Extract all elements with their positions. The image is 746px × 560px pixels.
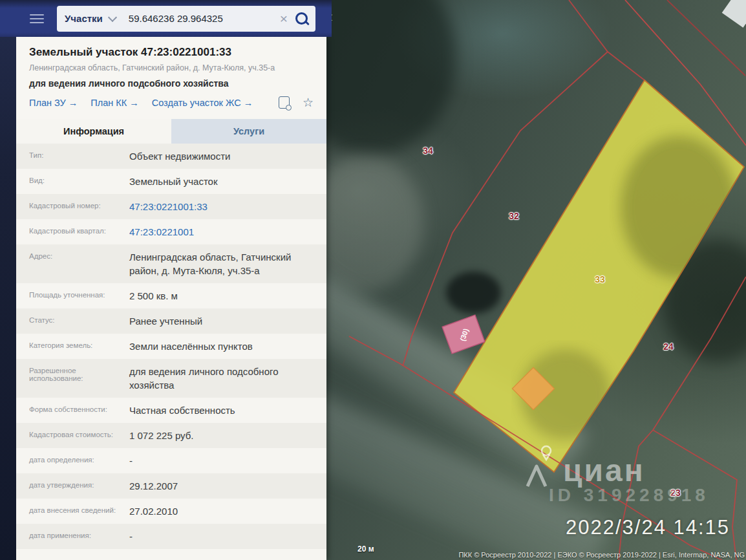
map-scale-label: 20 м: [357, 544, 374, 554]
star-icon[interactable]: ☆: [303, 96, 314, 109]
info-row-permitted-use: Разрешенное использование: для ведения л…: [16, 359, 326, 398]
field-label: Кадастровая стоимость:: [29, 429, 129, 438]
search-query-text[interactable]: 59.646236 29.964325: [129, 13, 280, 24]
field-value: 29.12.2007: [129, 479, 314, 493]
tab-services[interactable]: Услуги: [171, 119, 326, 144]
field-value: Частная собственность: [129, 404, 314, 417]
field-label: Вид:: [29, 175, 129, 184]
parcel-label[interactable]: 33: [595, 274, 605, 285]
parcel-label[interactable]: 34: [423, 145, 433, 156]
top-search-bar: Участки 59.646236 29.964325 ×: [0, 0, 332, 37]
cadastral-overlay: (30): [326, 0, 746, 560]
field-value: 27.02.2010: [129, 504, 314, 518]
search-category-dropdown[interactable]: Участки: [65, 13, 103, 24]
info-row-cadastral-value: Кадастровая стоимость: 1 072 225 руб.: [16, 423, 326, 448]
info-row-date-applied: дата применения: -: [16, 524, 326, 549]
field-label: дата внесения сведений:: [29, 504, 129, 514]
chevron-down-icon[interactable]: [108, 12, 117, 21]
info-row-kind: Вид: Земельный участок: [16, 169, 326, 194]
field-label: Кадастровый номер:: [29, 200, 129, 210]
field-value: 2 500 кв. м: [129, 289, 314, 303]
field-label: дата утверждения:: [29, 479, 129, 489]
field-value: Земельный участок: [129, 175, 314, 188]
cadastral-quarter-link[interactable]: 47:23:0221001: [129, 225, 314, 239]
field-value: для ведения личного подсобного хозяйства: [129, 365, 314, 392]
field-label: Адрес:: [29, 250, 129, 260]
info-row-land-category: Категория земель: Земли населённых пункт…: [16, 334, 326, 359]
field-label: Статус:: [29, 314, 129, 324]
field-label: дата применения:: [29, 530, 129, 539]
plan-zu-link[interactable]: План ЗУ →: [29, 98, 78, 108]
photo-timestamp: 2022/3/24 14:15: [566, 516, 730, 539]
search-icon[interactable]: [295, 12, 308, 25]
field-value: Объект недвижимости: [129, 149, 314, 163]
field-value: -: [129, 454, 314, 468]
tab-information[interactable]: Информация: [16, 119, 171, 144]
info-row-status: Статус: Ранее учтенный: [16, 308, 326, 334]
parcel-address-subtitle: Ленинградская область, Гатчинский район,…: [29, 63, 314, 72]
field-value: Ранее учтенный: [129, 314, 314, 328]
monitor-bezel: [0, 0, 16, 560]
info-row-cadastral-number: Кадастровый номер: 47:23:0221001:33: [16, 194, 326, 219]
field-label: Разрешенное использование:: [29, 365, 129, 382]
panel-header: Земельный участок 47:23:0221001:33 Ленин…: [16, 37, 326, 119]
map-canvas[interactable]: (30) 34 32 33 24 23 циан ID 319228918 20…: [326, 0, 746, 560]
field-label: Тип:: [29, 149, 129, 159]
field-label: дата определения:: [29, 454, 129, 464]
field-value: Земли населённых пунктов: [129, 339, 314, 353]
map-attribution: ПКК © Росреестр 2010-2022 | ЕЭКО © Росре…: [458, 551, 745, 559]
parcel-label[interactable]: 24: [663, 341, 674, 352]
field-label: Площадь уточненная:: [29, 289, 129, 299]
watermark-brand: циан: [563, 453, 645, 488]
permitted-use-line: для ведения личного подсобного хозяйства: [29, 78, 314, 89]
plan-kk-link[interactable]: План КК →: [91, 98, 138, 108]
cian-logo-icon: [528, 466, 546, 486]
cadastral-number-link[interactable]: 47:23:0221001:33: [129, 200, 314, 213]
info-row-ownership: Форма собственности: Частная собственнос…: [16, 398, 326, 423]
info-row-area: Площадь уточненная: 2 500 кв. м: [16, 283, 326, 308]
field-value: 1 072 225 руб.: [129, 429, 314, 442]
search-input[interactable]: Участки 59.646236 29.964325 ×: [57, 6, 315, 32]
field-label: Кадастровый квартал:: [29, 225, 129, 235]
field-value: Ленинградская область, Гатчинский район,…: [129, 250, 314, 277]
field-label: Форма собственности:: [29, 404, 129, 413]
close-icon[interactable]: ×: [280, 12, 288, 25]
info-row-address: Адрес: Ленинградская область, Гатчинский…: [16, 244, 326, 283]
action-links: План ЗУ → План КК → Создать участок ЖС →…: [29, 96, 314, 109]
info-rows: Тип: Объект недвижимости Вид: Земельный …: [16, 144, 326, 549]
doc-search-icon[interactable]: [279, 96, 290, 109]
info-row-date-entered: дата внесения сведений: 27.02.2010: [16, 499, 326, 524]
watermark-id: ID 319228918: [549, 485, 709, 506]
parcel-label[interactable]: 32: [509, 211, 519, 221]
info-row-date-approved: дата утверждения: 29.12.2007: [16, 473, 326, 499]
panel-tabs: Информация Услуги: [16, 119, 326, 144]
create-parcel-link[interactable]: Создать участок ЖС →: [152, 98, 253, 108]
field-value: -: [129, 530, 314, 543]
menu-icon[interactable]: [30, 14, 44, 23]
info-row-date-determined: дата определения: -: [16, 448, 326, 473]
info-row-type: Тип: Объект недвижимости: [16, 144, 326, 169]
page-title: Земельный участок 47:23:0221001:33: [29, 46, 314, 59]
info-row-cadastral-quarter: Кадастровый квартал: 47:23:0221001: [16, 219, 326, 244]
parcel-info-panel: Земельный участок 47:23:0221001:33 Ленин…: [16, 37, 326, 560]
field-label: Категория земель:: [29, 339, 129, 349]
